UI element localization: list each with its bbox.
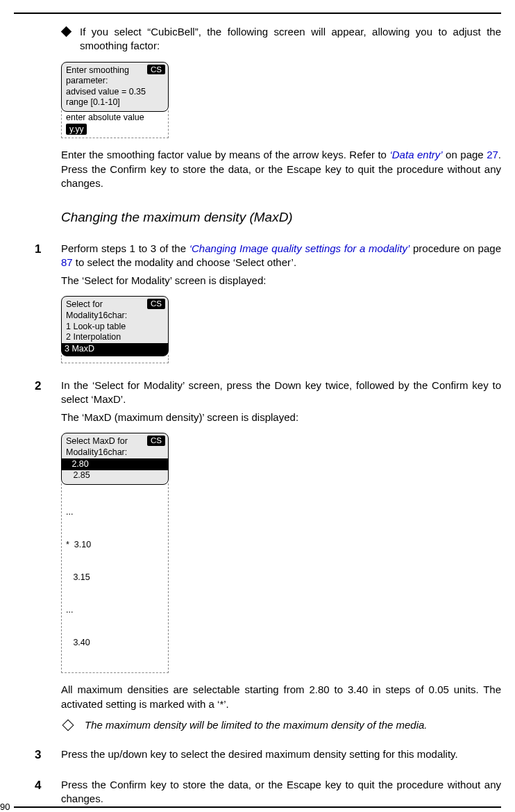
page-footer: 90 2920B EN 20031206: [0, 806, 515, 808]
step-number-3: 3: [35, 747, 61, 763]
link-page-87[interactable]: 87: [61, 256, 73, 268]
text: The ‘MaxD (maximum density)’ screen is d…: [61, 411, 501, 424]
bullet-diamond-icon: [61, 26, 72, 38]
text: to select the modality and choose ‘Selec…: [73, 256, 296, 268]
lcd-line: advised value = 0.35: [66, 87, 164, 98]
lcd-below: ... * 3.10 3.15 ... 3.40: [61, 483, 169, 674]
lcd-selected-row: 2.80: [62, 458, 168, 471]
bullet-text: If you select “CubicBell”, the following…: [80, 25, 501, 53]
step-body: Press the Confirm key to store the data,…: [61, 778, 501, 806]
cs-badge: CS: [147, 299, 165, 309]
lcd-line: parameter:: [66, 76, 164, 87]
lcd-below: enter absolute value y.yy: [61, 110, 169, 138]
lcd-line: Modality16char:: [66, 310, 164, 322]
top-rule: [14, 13, 501, 14]
cs-badge: CS: [147, 436, 165, 446]
note-text: The maximum density will be limited to t…: [85, 718, 501, 732]
text: The ‘Select for Modality’ screen is disp…: [61, 274, 501, 288]
lcd-line: 2 Interpolation: [66, 332, 164, 343]
step-number-1: 1: [35, 242, 61, 257]
lcd-line: 3.40: [66, 638, 164, 649]
step-body: In the ‘Select for Modality’ screen, pre…: [61, 379, 501, 425]
lcd-line: 3.15: [66, 572, 164, 583]
paragraph: Enter the smoothing factor value by mean…: [61, 148, 501, 190]
subheading-maxd: Changing the maximum density (MaxD): [61, 208, 501, 226]
lcd-selected-row: 3 MaxD: [62, 343, 168, 356]
lcd-line: 1 Look-up table: [66, 322, 164, 333]
note-diamond-icon: [62, 719, 74, 731]
lcd-frame: CS Select MaxD for Modality16char: 2.80 …: [61, 433, 169, 485]
cs-badge: CS: [147, 65, 165, 75]
lcd-select-maxd: CS Select MaxD for Modality16char: 2.80 …: [61, 433, 169, 673]
lcd-smoothing: CS Enter smoothing parameter: advised va…: [61, 62, 169, 139]
lcd-line: * 3.10: [66, 540, 164, 551]
lcd-line: range [0.1-10]: [66, 97, 164, 108]
step-body: Perform steps 1 to 3 of the ‘Changing Im…: [61, 242, 501, 288]
lcd-frame: CS Select for Modality16char: 1 Look-up …: [61, 296, 169, 356]
step-number-2: 2: [35, 379, 61, 394]
link-page-27[interactable]: 27: [487, 149, 498, 160]
link-data-entry[interactable]: ‘Data entry’: [389, 149, 442, 160]
text: In the ‘Select for Modality’ screen, pre…: [61, 379, 501, 405]
text: Perform steps 1 to 3 of the: [61, 242, 189, 254]
page-number: 90: [0, 801, 12, 812]
link-changing-iq[interactable]: ‘Changing Image quality settings for a m…: [189, 242, 410, 254]
lcd-input-chip: y.yy: [66, 124, 87, 135]
text: Enter the smoothing factor value by mean…: [61, 149, 389, 160]
lcd-line: 2.85: [66, 470, 164, 481]
lcd-frame: CS Enter smoothing parameter: advised va…: [61, 62, 169, 113]
paragraph: All maximum densities are selectable sta…: [61, 683, 501, 711]
step-body: Press the up/down key to select the desi…: [61, 747, 501, 761]
lcd-line: ...: [66, 507, 164, 518]
step-number-4: 4: [35, 778, 61, 793]
lcd-below-label: enter absolute value: [66, 113, 164, 124]
lcd-line: ...: [66, 605, 164, 616]
lcd-line: Modality16char:: [66, 447, 164, 458]
text: on page: [443, 149, 487, 160]
text: procedure on page: [410, 242, 501, 254]
lcd-select-modality: CS Select for Modality16char: 1 Look-up …: [61, 296, 169, 363]
